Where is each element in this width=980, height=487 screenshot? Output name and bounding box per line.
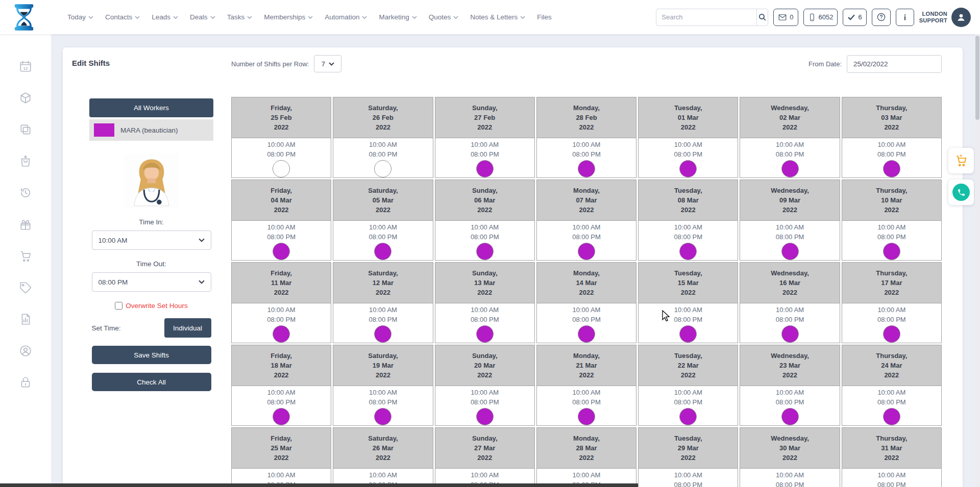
badge-info[interactable] xyxy=(896,9,914,26)
nav-item-label: Deals xyxy=(190,13,208,21)
shift-time-in: 10:00 AM xyxy=(877,470,905,480)
sidebar-history-icon[interactable] xyxy=(19,186,32,199)
shift-toggle-circle[interactable] xyxy=(679,160,697,177)
shift-toggle-circle[interactable] xyxy=(781,325,799,343)
day-shift-cell: 10:00 AM08:00 PM xyxy=(333,303,432,343)
day-cell: Friday,18 Mar202210:00 AM08:00 PM xyxy=(231,345,331,426)
badge-mobile[interactable]: 6052 xyxy=(803,9,838,26)
check-all-button[interactable]: Check All xyxy=(92,373,211,391)
nav-item-notes-letters[interactable]: Notes & Letters xyxy=(470,13,525,21)
day-header-year: 2022 xyxy=(274,370,289,380)
icon-sidebar: 12 xyxy=(0,34,51,487)
shift-toggle-circle[interactable] xyxy=(273,243,290,260)
day-header-weekday: Monday, xyxy=(573,103,600,113)
day-header: Friday,11 Mar2022 xyxy=(232,263,331,303)
shift-toggle-circle[interactable] xyxy=(273,160,290,177)
shift-toggle-circle[interactable] xyxy=(679,243,697,260)
shift-toggle-circle[interactable] xyxy=(578,408,595,425)
day-shift-cell: 10:00 AM08:00 PM xyxy=(740,138,839,177)
save-shifts-button[interactable]: Save Shifts xyxy=(92,346,211,364)
shift-toggle-circle[interactable] xyxy=(679,325,697,343)
sidebar-account-circle-icon[interactable] xyxy=(19,344,32,357)
shift-toggle-circle[interactable] xyxy=(374,160,391,177)
sidebar-cart-icon[interactable] xyxy=(19,249,32,263)
shift-toggle-circle[interactable] xyxy=(476,160,494,177)
shift-time-in: 10:00 AM xyxy=(267,305,296,315)
shift-time-in: 10:00 AM xyxy=(471,470,499,480)
nav-item-leads[interactable]: Leads xyxy=(152,13,178,21)
day-shift-cell: 10:00 AM08:00 PM xyxy=(333,138,432,177)
shift-toggle-circle[interactable] xyxy=(273,408,290,425)
day-header-date: 07 Mar xyxy=(576,195,597,205)
nav-item-files[interactable]: Files xyxy=(537,13,552,21)
day-shift-cell: 10:00 AM08:00 PM xyxy=(435,138,534,177)
nav-item-automation[interactable]: Automation xyxy=(325,13,367,21)
time-in-select[interactable]: 10:00 AM xyxy=(92,230,211,250)
chevron-down-icon xyxy=(135,16,140,19)
shift-time-in: 10:00 AM xyxy=(877,222,905,232)
sidebar-calendar-icon[interactable]: 12 xyxy=(19,60,32,73)
day-shift-cell: 10:00 AM08:00 PM xyxy=(842,303,941,343)
time-out-select[interactable]: 08:00 PM xyxy=(92,272,211,292)
sidebar-report-icon[interactable] xyxy=(19,313,32,326)
shift-toggle-circle[interactable] xyxy=(883,160,900,177)
account-menu[interactable]: LONDON SUPPORT xyxy=(919,8,971,27)
shift-toggle-circle[interactable] xyxy=(374,325,391,343)
shift-toggle-circle[interactable] xyxy=(781,243,799,260)
shift-toggle-circle[interactable] xyxy=(883,325,900,343)
day-header-weekday: Monday, xyxy=(573,433,600,443)
from-date-input[interactable] xyxy=(847,55,942,73)
worker-list-item[interactable]: MARA (beautician) xyxy=(89,119,213,141)
user-avatar-icon[interactable] xyxy=(951,8,971,27)
shift-toggle-circle[interactable] xyxy=(781,160,799,177)
shift-toggle-circle[interactable] xyxy=(273,325,290,343)
search-input[interactable] xyxy=(656,13,756,21)
nav-item-memberships[interactable]: Memberships xyxy=(264,13,313,21)
badge-check[interactable]: 6 xyxy=(843,9,866,26)
nav-item-marketing[interactable]: Marketing xyxy=(379,13,416,21)
badge-envelope[interactable]: 0 xyxy=(773,9,798,26)
nav-item-deals[interactable]: Deals xyxy=(190,13,215,21)
shift-toggle-circle[interactable] xyxy=(883,408,900,425)
nav-item-tasks[interactable]: Tasks xyxy=(227,13,253,21)
day-header: Monday,28 Mar2022 xyxy=(537,428,636,469)
shift-toggle-circle[interactable] xyxy=(679,408,697,425)
day-header: Saturday,05 Mar2022 xyxy=(333,180,432,221)
day-header-weekday: Friday, xyxy=(271,186,292,195)
badge-help[interactable] xyxy=(872,9,891,26)
day-shift-cell: 10:00 AM08:00 PM xyxy=(639,469,738,487)
shift-toggle-circle[interactable] xyxy=(883,243,900,260)
sidebar-gift-icon[interactable] xyxy=(19,218,32,231)
phone-floating-button[interactable] xyxy=(948,180,974,205)
scrollbar-thumb[interactable] xyxy=(975,36,979,120)
individual-button[interactable]: Individual xyxy=(164,318,211,338)
shifts-per-row-label: Number of Shifts per Row: xyxy=(231,60,309,68)
shifts-per-row-select[interactable]: 7 xyxy=(314,55,341,72)
shift-toggle-circle[interactable] xyxy=(476,408,494,425)
nav-item-today[interactable]: Today xyxy=(67,13,93,21)
overwrite-set-hours-checkbox[interactable] xyxy=(115,302,122,310)
sidebar-products-cube-icon[interactable] xyxy=(19,91,32,105)
vertical-scrollbar[interactable] xyxy=(975,34,980,487)
app-logo-hourglass-icon[interactable] xyxy=(13,3,37,32)
nav-item-quotes[interactable]: Quotes xyxy=(429,13,459,21)
shift-toggle-circle[interactable] xyxy=(781,408,799,425)
search-icon[interactable] xyxy=(756,9,768,25)
sidebar-price-tag-icon[interactable] xyxy=(19,281,32,294)
shift-time-in: 10:00 AM xyxy=(369,222,397,232)
day-header-weekday: Tuesday, xyxy=(674,351,702,361)
shift-toggle-circle[interactable] xyxy=(374,243,391,260)
all-workers-button[interactable]: All Workers xyxy=(89,98,213,117)
shift-toggle-circle[interactable] xyxy=(578,160,595,177)
sidebar-lock-icon[interactable] xyxy=(19,376,32,389)
sidebar-orders-bag-icon[interactable] xyxy=(19,155,32,168)
shift-toggle-circle[interactable] xyxy=(578,243,595,260)
shift-time-in: 10:00 AM xyxy=(877,305,905,315)
shift-toggle-circle[interactable] xyxy=(476,325,494,343)
shift-toggle-circle[interactable] xyxy=(578,325,595,343)
sidebar-duplicate-icon[interactable] xyxy=(19,123,32,136)
cart-floating-button[interactable] xyxy=(948,148,974,173)
shift-toggle-circle[interactable] xyxy=(476,243,494,260)
nav-item-contacts[interactable]: Contacts xyxy=(105,13,140,21)
shift-toggle-circle[interactable] xyxy=(374,408,391,425)
